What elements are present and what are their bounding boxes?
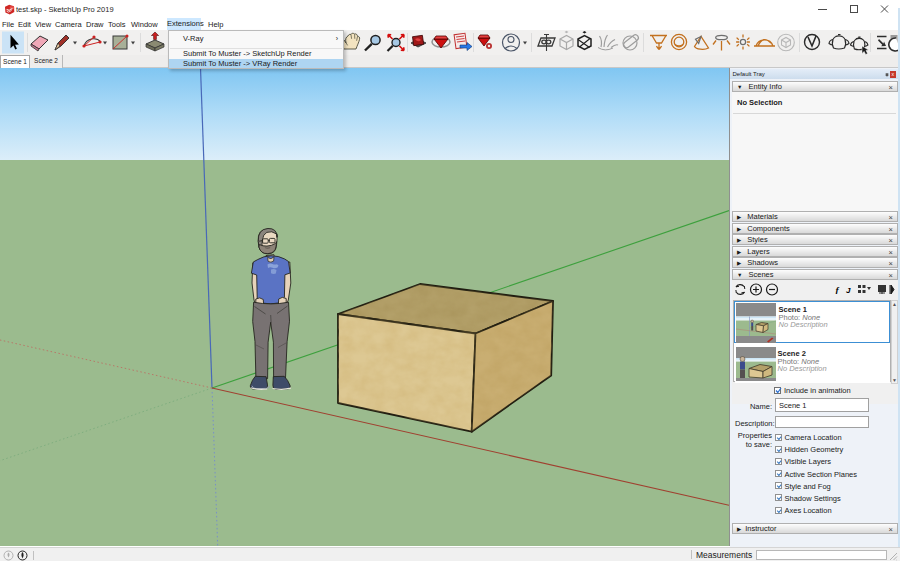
svg-text:ƒ: ƒ [835, 285, 840, 295]
svg-text:J: J [846, 286, 851, 295]
